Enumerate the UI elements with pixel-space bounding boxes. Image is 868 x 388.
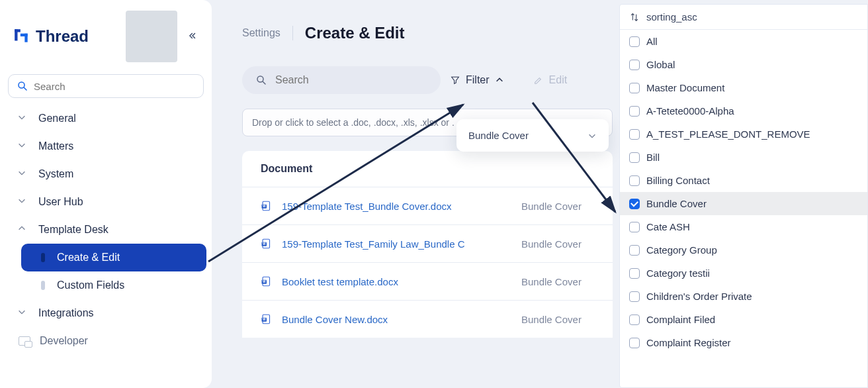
svg-line-7 bbox=[263, 81, 265, 84]
table-row[interactable]: W 159-Template Test_Family Law_Bundle C … bbox=[242, 224, 613, 262]
table-row[interactable]: W 159-Template Test_Bundle Cover.docx Bu… bbox=[242, 187, 613, 224]
dropzone-text: Drop or click to select a .doc, .docx, .… bbox=[252, 117, 455, 128]
workspace-avatar[interactable] bbox=[126, 11, 177, 62]
sidebar-item-label: Integrations bbox=[38, 307, 94, 319]
filter-option[interactable]: Global bbox=[620, 53, 867, 76]
sidebar-item-user-hub[interactable]: User Hub bbox=[5, 188, 206, 216]
checkbox-icon bbox=[629, 199, 640, 209]
filter-option[interactable]: All bbox=[620, 30, 867, 53]
document-name: 159-Template Test_Bundle Cover.docx bbox=[282, 201, 512, 212]
sidebar-nav: General Matters System User Hub Template… bbox=[5, 105, 206, 355]
pencil-icon bbox=[533, 75, 544, 85]
checkbox-icon bbox=[629, 315, 640, 325]
filter-panel: sorting_asc AllGlobalMaster DocumentA-Te… bbox=[619, 4, 868, 388]
sidebar-item-label: Custom Fields bbox=[57, 279, 124, 291]
table-row[interactable]: W Bundle Cover New.docx Bundle Cover bbox=[242, 300, 613, 338]
thread-logo-icon bbox=[13, 28, 30, 45]
filter-option[interactable]: Complaint Register bbox=[620, 331, 867, 354]
filter-option[interactable]: Complaint Filed bbox=[620, 308, 867, 331]
checkbox-icon bbox=[629, 106, 640, 117]
chevron-down-icon bbox=[17, 168, 28, 180]
table-header: Document bbox=[242, 151, 613, 187]
document-category: Bundle Cover bbox=[521, 314, 594, 325]
sort-icon bbox=[629, 12, 640, 23]
sidebar-item-integrations[interactable]: Integrations bbox=[5, 299, 206, 327]
filter-option-label: Global bbox=[646, 59, 675, 70]
checkbox-icon bbox=[629, 152, 640, 163]
svg-rect-1 bbox=[15, 29, 17, 40]
filter-option[interactable]: Category testii bbox=[620, 262, 867, 285]
collapse-sidebar-button[interactable] bbox=[184, 26, 201, 48]
table-body: W 159-Template Test_Bundle Cover.docx Bu… bbox=[242, 187, 613, 338]
filter-option-label: Cate ASH bbox=[646, 221, 690, 232]
active-indicator-icon bbox=[41, 253, 45, 262]
filter-option[interactable]: Billing Contact bbox=[620, 169, 867, 192]
sidebar-item-label: Matters bbox=[38, 140, 73, 152]
checkbox-icon bbox=[629, 338, 640, 348]
sidebar-item-general[interactable]: General bbox=[5, 105, 206, 132]
checkbox-icon bbox=[629, 60, 640, 70]
filter-option[interactable]: Cate ASH bbox=[620, 215, 867, 238]
sidebar-search-input[interactable] bbox=[34, 81, 195, 92]
filter-popover-selected[interactable]: Bundle Cover bbox=[468, 130, 597, 141]
filter-option[interactable]: Category Group bbox=[620, 238, 867, 262]
chevron-up-icon bbox=[495, 75, 504, 85]
page-title: Create & Edit bbox=[305, 24, 405, 42]
document-name: 159-Template Test_Family Law_Bundle C bbox=[282, 238, 512, 250]
svg-text:W: W bbox=[263, 318, 266, 321]
table-search-input[interactable] bbox=[275, 74, 427, 86]
filter-option[interactable]: Bill bbox=[620, 146, 867, 169]
document-category: Bundle Cover bbox=[521, 238, 594, 250]
sidebar-item-system[interactable]: System bbox=[5, 160, 206, 188]
filter-option-label: A-Tetete0000-Alpha bbox=[646, 105, 734, 117]
document-name: Booklet test template.docx bbox=[282, 276, 512, 287]
word-doc-icon: W bbox=[261, 275, 273, 288]
filter-option[interactable]: Children's Order Private bbox=[620, 285, 867, 308]
checkbox-icon bbox=[629, 268, 640, 279]
sidebar-search[interactable] bbox=[8, 74, 204, 98]
search-icon bbox=[17, 80, 28, 92]
filter-option[interactable]: A-Tetete0000-Alpha bbox=[620, 99, 867, 122]
filter-option-label: Billing Contact bbox=[646, 175, 710, 186]
svg-point-6 bbox=[257, 76, 263, 82]
brand-logo[interactable]: Thread bbox=[13, 27, 89, 46]
checkbox-icon bbox=[629, 129, 640, 140]
svg-text:W: W bbox=[263, 242, 266, 246]
sidebar-item-template-desk[interactable]: Template Desk bbox=[5, 216, 206, 244]
document-name: Bundle Cover New.docx bbox=[282, 314, 512, 325]
search-icon bbox=[255, 74, 267, 86]
sidebar-item-matters[interactable]: Matters bbox=[5, 132, 206, 160]
edit-label: Edit bbox=[549, 74, 568, 86]
filter-option-label: Master Document bbox=[646, 82, 724, 93]
filter-option-label: Children's Order Private bbox=[646, 291, 752, 302]
word-doc-icon: W bbox=[261, 313, 273, 326]
brand-name: Thread bbox=[36, 27, 89, 46]
filter-option-label: Bill bbox=[646, 152, 660, 163]
document-category: Bundle Cover bbox=[521, 276, 594, 287]
checkbox-icon bbox=[629, 291, 640, 302]
sidebar-item-custom-fields[interactable]: Custom Fields bbox=[21, 271, 206, 299]
table-search[interactable] bbox=[242, 66, 441, 94]
filter-option-label: Complaint Register bbox=[646, 337, 731, 348]
toolbar: Filter Edit bbox=[242, 66, 613, 94]
edit-button[interactable]: Edit bbox=[533, 74, 568, 86]
chevron-down-icon bbox=[587, 131, 597, 140]
sidebar-item-developer[interactable]: Developer bbox=[5, 327, 206, 355]
word-doc-icon: W bbox=[261, 199, 273, 213]
table-row[interactable]: W Booklet test template.docx Bundle Cove… bbox=[242, 262, 613, 300]
breadcrumb-separator bbox=[292, 26, 293, 40]
filter-option[interactable]: A_TEST_PLEASE_DONT_REMOVE bbox=[620, 122, 867, 146]
checkbox-icon bbox=[629, 175, 640, 186]
sidebar-item-create-edit[interactable]: Create & Edit bbox=[21, 244, 206, 271]
developer-icon bbox=[19, 336, 30, 346]
filter-option-label: All bbox=[646, 36, 658, 47]
svg-text:W: W bbox=[263, 205, 266, 208]
filter-icon bbox=[450, 75, 460, 85]
filter-option[interactable]: Master Document bbox=[620, 76, 867, 99]
filter-sort-row[interactable]: sorting_asc bbox=[620, 5, 867, 30]
filter-button[interactable]: Filter bbox=[450, 74, 504, 86]
filter-option-label: A_TEST_PLEASE_DONT_REMOVE bbox=[646, 128, 810, 140]
checkbox-icon bbox=[629, 36, 640, 47]
breadcrumb-root[interactable]: Settings bbox=[242, 27, 281, 39]
filter-option[interactable]: Bundle Cover bbox=[620, 192, 867, 215]
